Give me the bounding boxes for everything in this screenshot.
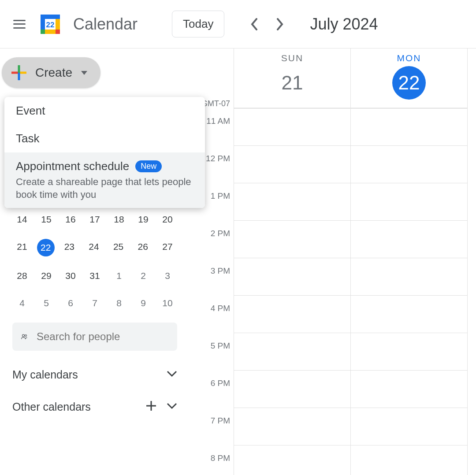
search-people-input[interactable] bbox=[37, 330, 168, 343]
mini-calendar-day[interactable]: 25 bbox=[109, 239, 128, 255]
mini-calendar-day[interactable]: 2 bbox=[134, 268, 153, 284]
new-badge: New bbox=[135, 160, 162, 172]
mini-calendar-day[interactable]: 31 bbox=[85, 268, 104, 284]
chevron-down-icon bbox=[81, 71, 87, 75]
next-period-button[interactable] bbox=[271, 15, 289, 33]
hour-cell[interactable] bbox=[234, 220, 350, 258]
mini-calendar-day[interactable]: 16 bbox=[61, 212, 80, 227]
mini-calendar-day[interactable]: 27 bbox=[158, 239, 177, 255]
hour-cell[interactable] bbox=[234, 408, 350, 445]
prev-period-button[interactable] bbox=[245, 15, 263, 33]
mini-calendar-day[interactable]: 5 bbox=[37, 295, 56, 311]
mini-calendar-day[interactable]: 7 bbox=[85, 295, 104, 311]
plus-icon bbox=[11, 65, 26, 80]
sidebar: Create Event Task Appointment schedule N… bbox=[0, 48, 190, 475]
create-label: Create bbox=[35, 66, 72, 80]
hour-label: 12 PM bbox=[206, 154, 230, 163]
day-of-week-label: MON bbox=[351, 53, 467, 63]
my-calendars-section[interactable]: My calendars bbox=[0, 368, 190, 381]
today-button[interactable]: Today bbox=[172, 11, 224, 37]
current-period-label: July 2024 bbox=[310, 15, 378, 33]
dropdown-item-subtitle: Create a shareable page that lets people… bbox=[16, 176, 193, 201]
mini-calendar-day[interactable]: 30 bbox=[61, 268, 80, 284]
dropdown-item-label: Task bbox=[16, 132, 39, 145]
hour-cell[interactable] bbox=[351, 108, 467, 145]
day-header[interactable]: MON22 bbox=[351, 48, 467, 108]
mini-calendar-day[interactable]: 8 bbox=[109, 295, 129, 311]
svg-point-7 bbox=[22, 334, 25, 337]
chevron-down-icon[interactable] bbox=[167, 403, 177, 412]
mini-calendar-day[interactable]: 4 bbox=[12, 295, 32, 311]
hour-cell[interactable] bbox=[351, 408, 467, 445]
hour-label: 7 PM bbox=[211, 416, 230, 426]
svg-rect-3 bbox=[56, 30, 60, 34]
hour-cell[interactable] bbox=[234, 445, 350, 475]
svg-rect-4 bbox=[41, 30, 45, 34]
day-number[interactable]: 21 bbox=[275, 66, 309, 100]
calendar-logo: 22 bbox=[38, 12, 63, 37]
hour-cell[interactable] bbox=[351, 333, 467, 370]
hour-cell[interactable] bbox=[351, 445, 467, 475]
hour-cell[interactable] bbox=[234, 183, 350, 220]
people-icon bbox=[21, 331, 28, 342]
hour-cell[interactable] bbox=[234, 108, 350, 145]
mini-calendar-day[interactable]: 21 bbox=[12, 239, 32, 255]
dropdown-item-event[interactable]: Event bbox=[4, 97, 205, 125]
mini-calendar-day[interactable]: 1 bbox=[109, 268, 129, 284]
hour-cell[interactable] bbox=[351, 295, 467, 333]
day-header[interactable]: SUN21 bbox=[234, 48, 350, 108]
svg-point-8 bbox=[25, 335, 27, 337]
calendar-grid: GMT-07 11 AM12 PM1 PM2 PM3 PM4 PM5 PM6 P… bbox=[190, 48, 476, 475]
hour-cell[interactable] bbox=[351, 258, 467, 295]
hour-cell[interactable] bbox=[351, 183, 467, 220]
svg-text:22: 22 bbox=[46, 21, 55, 29]
mini-calendar-day[interactable]: 23 bbox=[60, 239, 79, 255]
search-people[interactable] bbox=[12, 323, 177, 351]
mini-calendar-day[interactable]: 26 bbox=[133, 239, 152, 255]
hour-label: 6 PM bbox=[211, 379, 230, 388]
hour-label: 1 PM bbox=[211, 191, 230, 201]
hour-cell[interactable] bbox=[234, 333, 350, 370]
hour-cell[interactable] bbox=[351, 145, 467, 183]
hour-cell[interactable] bbox=[351, 370, 467, 408]
mini-calendar-day[interactable]: 15 bbox=[37, 212, 56, 227]
other-calendars-section[interactable]: Other calendars bbox=[0, 399, 190, 415]
day-column[interactable]: SUN21 bbox=[234, 48, 350, 475]
mini-calendar-day[interactable]: 10 bbox=[158, 295, 177, 311]
hour-label: 3 PM bbox=[211, 266, 230, 276]
app-header: 22 Calendar Today July 2024 bbox=[0, 0, 476, 48]
mini-calendar-day[interactable]: 29 bbox=[37, 268, 56, 284]
dropdown-item-label: Event bbox=[16, 104, 45, 117]
hour-cell[interactable] bbox=[234, 370, 350, 408]
mini-calendar-day[interactable]: 19 bbox=[134, 212, 153, 227]
timezone-label: GMT-07 bbox=[201, 99, 230, 108]
mini-calendar-day[interactable]: 6 bbox=[61, 295, 80, 311]
nav-arrows bbox=[245, 15, 289, 33]
day-number[interactable]: 22 bbox=[392, 66, 426, 100]
mini-calendar-day[interactable]: 9 bbox=[134, 295, 153, 311]
mini-calendar-day[interactable]: 18 bbox=[109, 212, 129, 227]
day-column[interactable]: MON22 bbox=[350, 48, 467, 475]
hour-cell[interactable] bbox=[351, 220, 467, 258]
hour-label: 2 PM bbox=[211, 229, 230, 238]
mini-calendar-day[interactable]: 24 bbox=[84, 239, 104, 255]
day-of-week-label: SUN bbox=[234, 53, 350, 63]
mini-calendar: 1415161718192021222324252627282930311234… bbox=[0, 212, 190, 311]
mini-calendar-day[interactable]: 28 bbox=[12, 268, 32, 284]
mini-calendar-day[interactable]: 14 bbox=[12, 212, 32, 227]
hour-label: 8 PM bbox=[211, 453, 230, 463]
hour-cell[interactable] bbox=[234, 295, 350, 333]
mini-calendar-day[interactable]: 3 bbox=[158, 268, 177, 284]
add-calendar-button[interactable] bbox=[145, 399, 157, 415]
create-button[interactable]: Create bbox=[2, 57, 100, 88]
mini-calendar-day[interactable]: 20 bbox=[158, 212, 177, 227]
dropdown-item-appointment-schedule[interactable]: Appointment schedule New Create a sharea… bbox=[4, 152, 205, 208]
hour-cell[interactable] bbox=[234, 145, 350, 183]
mini-calendar-day[interactable]: 17 bbox=[85, 212, 104, 227]
mini-calendar-day[interactable]: 22 bbox=[37, 239, 55, 256]
hour-cell[interactable] bbox=[234, 258, 350, 295]
dropdown-item-task[interactable]: Task bbox=[4, 125, 205, 152]
chevron-down-icon[interactable] bbox=[167, 371, 177, 379]
section-label: My calendars bbox=[12, 368, 78, 381]
main-menu-button[interactable] bbox=[9, 14, 30, 35]
